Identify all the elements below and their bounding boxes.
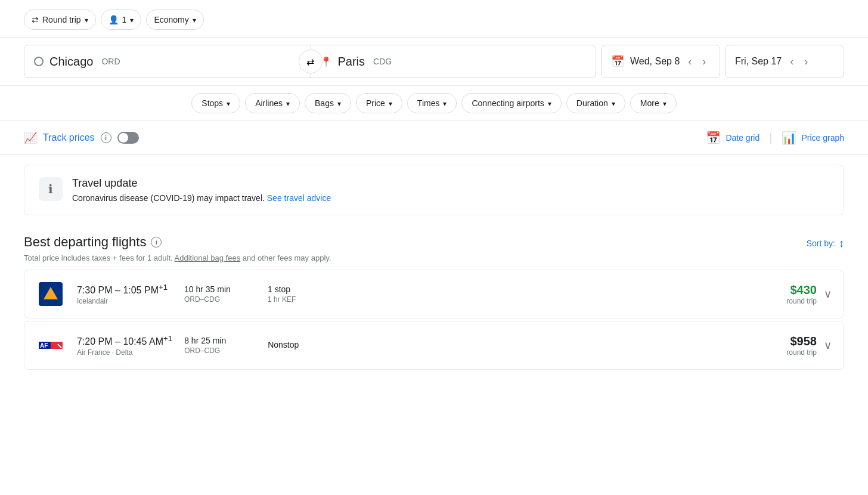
- return-date-next[interactable]: ›: [802, 53, 810, 70]
- swap-airports-button[interactable]: ⇄: [299, 50, 323, 73]
- search-row: Chicago ORD ⇄ 📍 Paris CDG 📅 Wed, Sep 8 ‹…: [0, 38, 868, 86]
- travel-update-content: Travel update Coronavirus disease (COVID…: [72, 177, 331, 203]
- sort-by-label: Sort by:: [807, 239, 835, 248]
- flight-card[interactable]: AF 7:20 PM – 10:45 AM+1 Air France · Del…: [24, 321, 844, 370]
- flight-times: 7:20 PM – 10:45 AM+1 Air France · Delta: [77, 334, 172, 357]
- toggle-knob: [119, 133, 128, 143]
- flights-header: Best departing flights i Sort by: ↕: [24, 234, 844, 250]
- travel-advice-link[interactable]: See travel advice: [267, 193, 331, 203]
- price-info: $430 round trip: [786, 283, 817, 305]
- destination-field[interactable]: 📍 Paris CDG: [311, 45, 596, 78]
- more-filter-label: More: [640, 98, 659, 108]
- person-icon: 👤: [108, 15, 119, 24]
- cabin-class-label: Economy: [154, 15, 188, 24]
- more-filter[interactable]: More: [630, 93, 677, 113]
- price-type: round trip: [786, 297, 817, 305]
- date-grid-button[interactable]: 📅 Date grid: [706, 131, 760, 145]
- return-date-label: Fri, Sep 17: [735, 56, 782, 67]
- airline-logo: AF: [36, 331, 65, 360]
- times-filter[interactable]: Times: [407, 93, 457, 113]
- price-info: $958 round trip: [786, 335, 817, 357]
- trip-type-chevron: [85, 15, 88, 24]
- price-type: round trip: [786, 348, 817, 357]
- flights-section: Best departing flights i Sort by: ↕ Tota…: [0, 225, 868, 382]
- more-chevron: [663, 98, 666, 108]
- trip-type-selector[interactable]: ⇄ Round trip: [24, 10, 96, 30]
- calendar-icon: 📅: [611, 55, 624, 68]
- track-prices-label[interactable]: Track prices: [43, 132, 95, 143]
- passengers-selector[interactable]: 👤 1: [101, 10, 142, 30]
- origin-field[interactable]: Chicago ORD: [24, 45, 311, 78]
- duration-filter-label: Duration: [576, 98, 608, 108]
- depart-date-prev[interactable]: ‹: [686, 53, 694, 70]
- origin-city: Chicago: [49, 55, 93, 69]
- flight-card[interactable]: 7:30 PM – 1:05 PM+1 Icelandair 10 hr 35 …: [24, 270, 844, 318]
- duration-filter[interactable]: Duration: [566, 93, 625, 113]
- bags-filter[interactable]: Bags: [305, 93, 351, 113]
- price-filter-label: Price: [366, 98, 385, 108]
- stops-text: Nonstop: [268, 340, 327, 349]
- flights-title: Best departing flights: [24, 234, 146, 250]
- cabin-class-selector[interactable]: Economy: [146, 10, 203, 30]
- flights-title-info-icon[interactable]: i: [151, 237, 162, 248]
- depart-date-next[interactable]: ›: [700, 53, 708, 70]
- flights-title-row: Best departing flights i: [24, 234, 162, 250]
- track-prices-right: 📅 Date grid | 📊 Price graph: [706, 131, 844, 145]
- flight-duration: 8 hr 25 min ORD–CDG: [184, 336, 256, 355]
- connecting-airports-chevron: [548, 98, 551, 108]
- travel-update-title: Travel update: [72, 177, 331, 190]
- sort-by-control[interactable]: Sort by: ↕: [807, 237, 844, 250]
- airlines-filter[interactable]: Airlines: [245, 93, 300, 113]
- connecting-airports-filter[interactable]: Connecting airports: [461, 93, 561, 113]
- travel-update-banner: ℹ Travel update Coronavirus disease (COV…: [24, 165, 844, 215]
- stops-filter[interactable]: Stops: [191, 93, 240, 113]
- price-filter[interactable]: Price: [356, 93, 402, 113]
- return-date-prev[interactable]: ‹: [788, 53, 796, 70]
- info-icon: ℹ: [48, 182, 53, 196]
- route-text: ORD–CDG: [184, 346, 256, 355]
- flights-suffix-text: and other fees may apply.: [243, 253, 331, 262]
- destination-code: CDG: [373, 57, 392, 66]
- depart-time: 7:30 PM – 1:05 PM: [77, 285, 159, 295]
- origin-destination-box: Chicago ORD ⇄ 📍 Paris CDG: [24, 45, 596, 78]
- duration-text: 10 hr 35 min: [184, 284, 256, 294]
- flight-duration: 10 hr 35 min ORD–CDG: [184, 284, 256, 304]
- price-graph-icon: 📊: [782, 131, 796, 145]
- flight-stops: Nonstop: [268, 340, 327, 351]
- duration-chevron: [612, 98, 615, 108]
- return-date-box[interactable]: Fri, Sep 17 ‹ ›: [725, 45, 844, 78]
- expand-icon[interactable]: ∨: [824, 339, 832, 352]
- airlines-filter-label: Airlines: [255, 98, 283, 108]
- times-filter-label: Times: [417, 98, 440, 108]
- track-prices-row: 📈 Track prices i 📅 Date grid | 📊 Price g…: [0, 121, 868, 155]
- times-chevron: [443, 98, 447, 108]
- airline-name: Icelandair: [77, 297, 172, 305]
- passengers-chevron: [130, 15, 134, 24]
- day-offset: +1: [163, 334, 172, 343]
- stops-filter-label: Stops: [202, 98, 223, 108]
- track-prices-info-icon[interactable]: i: [101, 132, 111, 143]
- connecting-airports-label: Connecting airports: [472, 98, 544, 108]
- day-offset: +1: [159, 283, 168, 292]
- date-grid-label: Date grid: [726, 133, 760, 143]
- airlines-chevron: [286, 98, 290, 108]
- depart-date-box[interactable]: 📅 Wed, Sep 8 ‹ ›: [601, 45, 720, 78]
- additional-fees-link[interactable]: Additional bag fees: [175, 253, 241, 262]
- bags-filter-label: Bags: [315, 98, 334, 108]
- svg-text:AF: AF: [40, 342, 48, 349]
- time-range: 7:20 PM – 10:45 AM+1: [77, 334, 172, 347]
- trip-type-label: Round trip: [42, 15, 81, 24]
- track-prices-toggle[interactable]: [117, 132, 139, 144]
- swap-icon: ⇄: [306, 56, 314, 67]
- price-graph-button[interactable]: 📊 Price graph: [782, 131, 844, 145]
- top-bar: ⇄ Round trip 👤 1 Economy: [0, 0, 868, 38]
- flight-times: 7:30 PM – 1:05 PM+1 Icelandair: [77, 283, 172, 305]
- route-text: ORD–CDG: [184, 295, 256, 304]
- expand-icon[interactable]: ∨: [824, 287, 832, 301]
- stop-detail: 1 hr KEF: [268, 295, 327, 304]
- swap-icon: ⇄: [32, 15, 39, 24]
- sort-icon: ↕: [839, 237, 844, 250]
- track-prices-left: 📈 Track prices i: [24, 131, 139, 144]
- stops-chevron: [227, 98, 230, 108]
- airline-logo: [36, 280, 65, 308]
